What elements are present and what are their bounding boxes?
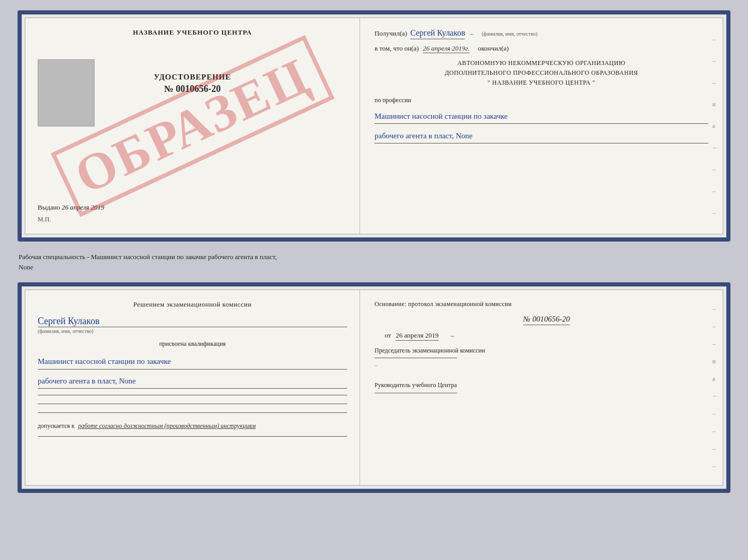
head-block: Руководитель учебного Центра bbox=[375, 380, 708, 395]
separator-line2: None bbox=[19, 262, 729, 273]
chairman-block: Председатель экзаменационной комиссии – bbox=[375, 346, 708, 370]
photo-placeholder bbox=[38, 59, 95, 126]
protocol-number: № 0010656-20 bbox=[523, 315, 570, 325]
chairman-sign-line bbox=[375, 358, 457, 358]
from-date-row: от 26 апреля 2019 – bbox=[385, 331, 708, 340]
profession-line2-top: рабочего агента в пласт, None bbox=[375, 129, 708, 143]
top-right-panel: Получил(а) Сергей Кулаков – (фамилия, им… bbox=[360, 18, 723, 234]
divider1 bbox=[38, 395, 347, 395]
org-block: АВТОНОМНУЮ НЕКОММЕРЧЕСКУЮ ОРГАНИЗАЦИЮ ДО… bbox=[375, 58, 708, 88]
name-row-bottom: Сергей Кулаков (фамилия, имя, отчество) bbox=[38, 316, 347, 334]
admits-row: допускается к работе согласно должностны… bbox=[38, 422, 347, 430]
bottom-name: Сергей Кулаков bbox=[38, 316, 347, 327]
from-date-value: 26 апреля 2019 bbox=[396, 331, 439, 341]
received-name: Сергей Кулаков bbox=[410, 28, 465, 39]
date-prefix: в том, что он(а) bbox=[375, 44, 419, 53]
divider3 bbox=[38, 412, 347, 413]
qual-line1: Машинист насосной станции по закачке bbox=[38, 354, 347, 370]
divider4 bbox=[38, 436, 347, 437]
date-row: в том, что он(а) 26 апреля 2019г. окончи… bbox=[375, 44, 708, 53]
received-row: Получил(а) Сергей Кулаков – (фамилия, им… bbox=[375, 28, 708, 39]
head-label: Руководитель учебного Центра bbox=[375, 380, 708, 390]
bottom-dashes-right: – – – и а ← – – – – bbox=[712, 290, 719, 485]
from-prefix: от bbox=[385, 331, 391, 339]
issued-date: 26 апреля 2019 bbox=[62, 203, 104, 211]
admits-text-value: работе согласно должностным (производств… bbox=[78, 422, 256, 429]
issued-row: Выдано 26 апреля 2019 bbox=[38, 198, 347, 212]
chairman-label: Председатель экзаменационной комиссии bbox=[375, 346, 708, 356]
head-sign-line bbox=[375, 393, 457, 393]
qual-line2: рабочего агента в пласт, None bbox=[38, 374, 347, 389]
divider2 bbox=[38, 404, 347, 404]
issued-label: Выдано bbox=[38, 203, 60, 211]
school-title-top: НАЗВАНИЕ УЧЕБНОГО ЦЕНТРА bbox=[38, 28, 347, 37]
assigned-label: присвоена квалификация bbox=[38, 340, 347, 348]
top-document-inner: НАЗВАНИЕ УЧЕБНОГО ЦЕНТРА ОБРАЗЕЦ УДОСТОВ… bbox=[25, 18, 723, 234]
protocol-number-block: № 0010656-20 bbox=[375, 314, 708, 325]
separator-text: Рабочая специальность - Машинист насосно… bbox=[18, 250, 730, 274]
from-dash: – bbox=[450, 331, 454, 339]
top-left-panel: НАЗВАНИЕ УЧЕБНОГО ЦЕНТРА ОБРАЗЕЦ УДОСТОВ… bbox=[25, 18, 360, 234]
org-line3: " НАЗВАНИЕ УЧЕБНОГО ЦЕНТРА " bbox=[375, 78, 708, 88]
decision-text: Решением экзаменационной комиссии bbox=[38, 300, 347, 309]
bottom-document-inner: Решением экзаменационной комиссии Сергей… bbox=[25, 290, 723, 486]
bottom-left-panel: Решением экзаменационной комиссии Сергей… bbox=[25, 290, 360, 485]
org-line1: АВТОНОМНУЮ НЕКОММЕРЧЕСКУЮ ОРГАНИЗАЦИЮ bbox=[375, 58, 708, 68]
profession-label-top: по профессии bbox=[375, 97, 708, 104]
separator-line1: Рабочая специальность - Машинист насосно… bbox=[19, 252, 729, 262]
name-sublabel-top: (фамилия, имя, отчество) bbox=[481, 31, 537, 37]
mp-label: М.П. bbox=[38, 216, 347, 223]
basis-text: Основание: протокол экзаменационной коми… bbox=[375, 300, 708, 308]
date-value: 26 апреля 2019г. bbox=[423, 44, 470, 53]
org-line2: ДОПОЛНИТЕЛЬНОГО ПРОФЕССИОНАЛЬНОГО ОБРАЗО… bbox=[375, 68, 708, 78]
bottom-name-sublabel: (фамилия, имя, отчество) bbox=[38, 328, 347, 334]
received-label: Получил(а) bbox=[375, 29, 407, 38]
top-document: НАЗВАНИЕ УЧЕБНОГО ЦЕНТРА ОБРАЗЕЦ УДОСТОВ… bbox=[18, 10, 730, 242]
bottom-document: Решением экзаменационной комиссии Сергей… bbox=[18, 282, 730, 493]
admits-label: допускается к bbox=[38, 422, 74, 429]
date-suffix: окончил(а) bbox=[478, 44, 509, 53]
profession-line1-top: Машинист насосной станции по закачке bbox=[375, 109, 708, 124]
right-dashes-top: – – – и а ← – – – bbox=[712, 18, 719, 234]
bottom-right-panel: Основание: протокол экзаменационной коми… bbox=[360, 290, 723, 485]
